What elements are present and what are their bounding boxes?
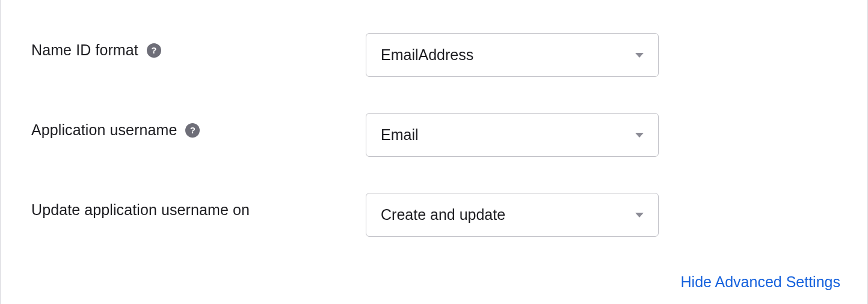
chevron-down-icon [635,213,644,217]
footer-link-row: Hide Advanced Settings [681,273,840,291]
select-value: Create and update [381,206,505,223]
select-value: EmailAddress [381,46,473,64]
update-application-username-on-select[interactable]: Create and update [366,193,659,237]
field-row-application-username: Application username ? Email [31,113,840,157]
application-username-label: Application username [31,121,177,139]
select-wrap: Email [366,113,659,157]
select-wrap: Create and update [366,193,659,237]
chevron-down-icon [635,53,644,58]
update-application-username-on-label: Update application username on [31,201,250,219]
field-row-update-application-username-on: Update application username on Create an… [31,193,840,237]
chevron-down-icon [635,133,644,138]
field-row-name-id-format: Name ID format ? EmailAddress [31,33,840,77]
name-id-format-label: Name ID format [31,41,138,59]
select-wrap: EmailAddress [366,33,659,77]
label-col: Update application username on [31,193,366,219]
help-icon[interactable]: ? [185,123,200,138]
application-username-select[interactable]: Email [366,113,659,157]
select-value: Email [381,126,419,144]
toggle-advanced-settings-link[interactable]: Hide Advanced Settings [681,273,840,290]
label-col: Application username ? [31,113,366,139]
label-col: Name ID format ? [31,33,366,59]
name-id-format-select[interactable]: EmailAddress [366,33,659,77]
settings-panel: Name ID format ? EmailAddress Applicatio… [0,0,868,304]
help-icon[interactable]: ? [147,43,161,58]
